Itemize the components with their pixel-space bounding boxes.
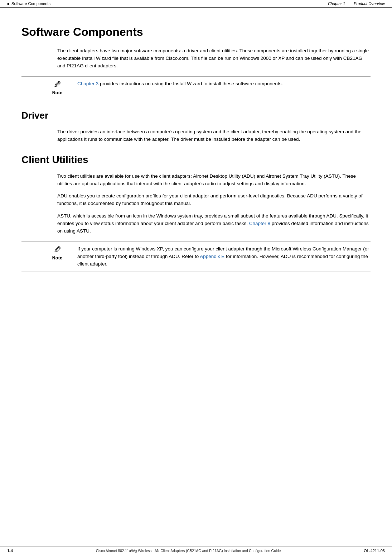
client-para2: ADU enables you to create configuration … bbox=[21, 192, 371, 207]
header-chapter: Chapter 1 bbox=[328, 1, 345, 6]
main-content: Software Components The client adapters … bbox=[0, 8, 392, 300]
client-para1: Two client utilities are available for u… bbox=[21, 173, 371, 188]
footer-doc-id: OL-4211-03 bbox=[364, 549, 385, 553]
appendix-e-link[interactable]: Appendix E bbox=[200, 254, 224, 259]
pencil-icon-2: ✎ bbox=[53, 245, 61, 255]
bullet-icon: ■ bbox=[7, 2, 9, 6]
chapter8-link[interactable]: Chapter 8 bbox=[249, 221, 270, 226]
page-title: Software Components bbox=[21, 25, 371, 39]
note-1: ✎ Note Chapter 3 provides instructions o… bbox=[21, 76, 371, 99]
footer-left: 1-4 bbox=[7, 549, 13, 553]
chapter3-link[interactable]: Chapter 3 bbox=[77, 81, 98, 86]
client-para3: ASTU, which is accessible from an icon i… bbox=[21, 212, 371, 235]
intro-paragraph: The client adapters have two major softw… bbox=[21, 47, 371, 70]
note-2-icon-area: ✎ Note bbox=[43, 245, 72, 260]
note-1-text: Chapter 3 provides instructions on using… bbox=[77, 80, 371, 88]
footer-page-number: 1-4 bbox=[7, 549, 13, 553]
breadcrumb-label: Software Components bbox=[11, 1, 50, 6]
footer-doc-title: Cisco Aironet 802.11a/b/g Wireless LAN C… bbox=[96, 549, 281, 553]
page-header: ■ Software Components Chapter 1 Product … bbox=[0, 0, 392, 8]
header-product-overview: Product Overview bbox=[354, 1, 385, 6]
page-footer: 1-4 Cisco Aironet 802.11a/b/g Wireless L… bbox=[0, 546, 392, 555]
note-1-icon-area: ✎ Note bbox=[43, 80, 72, 95]
note-2-text: If your computer is running Windows XP, … bbox=[77, 245, 371, 268]
note-2: ✎ Note If your computer is running Windo… bbox=[21, 241, 371, 272]
pencil-icon: ✎ bbox=[53, 80, 61, 90]
driver-title: Driver bbox=[21, 110, 371, 121]
breadcrumb: ■ Software Components bbox=[7, 1, 50, 6]
note-1-label: Note bbox=[52, 90, 63, 95]
driver-paragraph: The driver provides an interface between… bbox=[21, 128, 371, 143]
note-2-label: Note bbox=[52, 255, 63, 260]
note-1-text-after: provides instructions on using the Insta… bbox=[98, 81, 283, 86]
client-utilities-title: Client Utilities bbox=[21, 154, 371, 166]
